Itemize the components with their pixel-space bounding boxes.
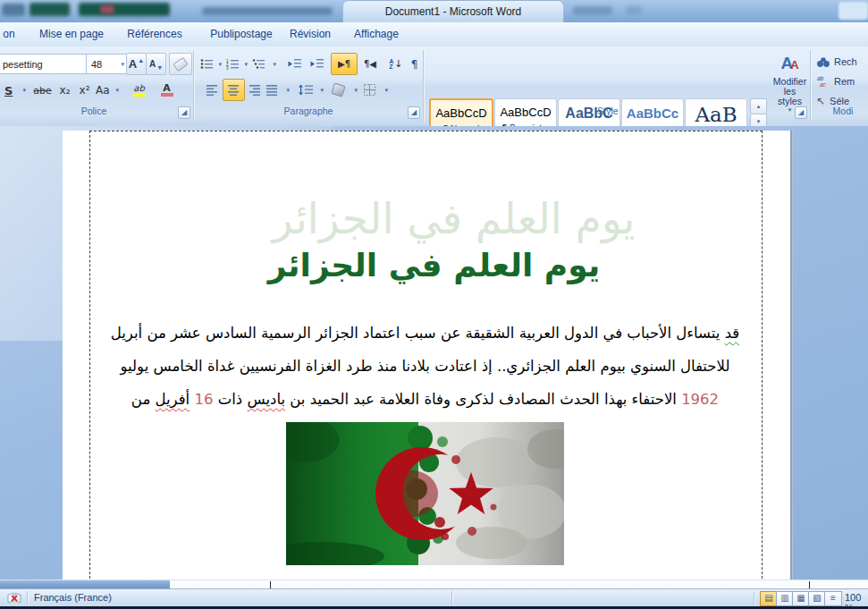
chevron-down-icon[interactable]: ▾ <box>20 87 29 94</box>
shading-button[interactable]: ▾ <box>332 79 361 101</box>
multilevel-list-icon <box>252 58 265 70</box>
subscript-button[interactable]: x₂ <box>55 79 75 102</box>
text-direction-ltr-button[interactable]: ▶¶ <box>331 53 358 75</box>
numbered-list-icon: 123 <box>226 58 239 70</box>
style-gallery-up-button[interactable]: ▴ <box>750 98 767 114</box>
chevron-down-icon[interactable]: ▾ <box>241 61 250 68</box>
spellcheck-flagged-word[interactable]: أفريل <box>156 391 190 408</box>
font-dialog-launcher[interactable]: ◢ <box>178 106 190 119</box>
change-case-button[interactable]: Aa ▾ <box>95 79 122 102</box>
tab-publipostage[interactable]: Publipostage <box>200 28 282 40</box>
spellcheck-flagged-word[interactable]: باديس <box>247 391 285 408</box>
chevron-down-icon[interactable]: ▾ <box>283 87 292 94</box>
blurred-corner-shape <box>839 2 868 20</box>
document-title-arabic[interactable]: يوم العلم في الجزائر <box>56 247 812 283</box>
font-color-bar <box>161 93 173 97</box>
multilevel-list-button[interactable]: ▾ <box>251 53 280 75</box>
pilcrow-icon: ¶ <box>411 58 418 71</box>
paragraph-text[interactable]: يتساءل الأحباب في الدول العربية الشقيقة … <box>111 325 725 342</box>
blurred-tab-text <box>202 7 333 15</box>
blurred-favicon-blob <box>100 5 114 13</box>
align-right-button[interactable] <box>244 79 266 101</box>
sort-button[interactable]: AZ ↓ <box>384 53 408 75</box>
bullets-button[interactable]: ▾ <box>199 53 225 75</box>
algerian-flag-image[interactable] <box>286 422 564 565</box>
chevron-down-icon[interactable]: ▾ <box>382 87 391 94</box>
chevron-down-icon[interactable]: ▾ <box>215 61 224 68</box>
shrink-font-icon: A <box>149 59 156 69</box>
ribbon-tab-row: on Mise en page Références Publipostage … <box>0 22 868 47</box>
view-fullscreen-reading-button[interactable]: ▥ <box>776 591 794 606</box>
group-separator <box>810 50 811 122</box>
clear-formatting-button[interactable] <box>169 53 192 75</box>
change-case-icon: Aa <box>96 84 110 97</box>
text-highlight-button[interactable]: ab <box>125 79 153 102</box>
blurred-tab-text <box>626 6 642 15</box>
decrease-indent-button[interactable] <box>283 53 306 75</box>
font-color-button[interactable]: A <box>154 79 180 102</box>
binoculars-icon <box>816 55 830 68</box>
line-spacing-button[interactable]: ▾ <box>298 79 327 101</box>
year-number[interactable]: 1962 <box>681 391 719 408</box>
tab-affichage[interactable]: Affichage <box>347 28 406 40</box>
tab-mise-en-page[interactable]: Mise en page <box>27 28 116 40</box>
tab-insertion-partial[interactable]: on <box>0 28 18 40</box>
find-label: Rech <box>834 56 857 67</box>
grammar-flagged-word[interactable]: قد <box>725 325 740 342</box>
align-center-button[interactable] <box>223 79 245 101</box>
paragraph-text[interactable]: ذات <box>213 391 247 408</box>
view-draft-button[interactable]: ≡ <box>824 591 842 606</box>
justify-icon <box>266 84 278 96</box>
chevron-down-icon[interactable]: ▾ <box>270 61 279 68</box>
view-outline-button[interactable]: ▧ <box>808 591 826 606</box>
svg-text:ac: ac <box>820 81 827 88</box>
group-separator <box>423 50 424 122</box>
tab-references[interactable]: Références <box>119 28 190 40</box>
justify-button[interactable]: ▾ <box>265 79 293 101</box>
underline-button[interactable]: S ▾ <box>4 79 29 102</box>
paragraph-dialog-launcher[interactable]: ◢ <box>408 106 420 119</box>
borders-button[interactable]: ▾ <box>363 79 392 101</box>
replace-button[interactable]: abac Rem <box>815 72 868 90</box>
paragraph-line-2[interactable]: للاحتفال السنوي بيوم العلم الجزائري.. إذ… <box>89 350 761 384</box>
tab-revision[interactable]: Révision <box>282 28 338 40</box>
grow-font-icon: A <box>129 57 137 71</box>
show-hide-marks-button[interactable]: ¶ <box>406 53 423 75</box>
down-caret-icon: ▼ <box>156 64 163 71</box>
grow-font-button[interactable]: A ▲ <box>126 53 147 75</box>
align-left-icon <box>206 84 218 96</box>
status-divider <box>27 591 28 605</box>
chevron-down-icon[interactable]: ▾ <box>317 87 326 94</box>
paragraph-line-3[interactable]: 1962 الاحتفاء بهذا الحدث المصادف لذكرى و… <box>89 383 761 417</box>
wordart-reflection-title: يوم العلم في الجزائر <box>76 194 831 243</box>
paragraph-line-1[interactable]: قد يتساءل الأحباب في الدول العربية الشقي… <box>89 317 761 351</box>
chevron-down-icon[interactable]: ▾ <box>113 87 122 94</box>
shrink-font-button[interactable]: A ▼ <box>146 53 166 75</box>
document-window-tab[interactable]: Document1 - Microsoft Word <box>342 0 564 23</box>
change-styles-icon: AA <box>780 55 798 74</box>
numbering-button[interactable]: 123 ▾ <box>225 53 251 75</box>
proofing-status-icon[interactable] <box>7 592 21 605</box>
chevron-down-icon[interactable]: ▾ <box>786 106 795 114</box>
titlebar: Document1 - Microsoft Word <box>0 0 868 22</box>
paragraph-text[interactable]: من <box>131 391 156 408</box>
chevron-down-icon[interactable]: ▾ <box>351 87 360 94</box>
superscript-button[interactable]: x² <box>74 79 95 102</box>
paragraph-text[interactable]: للاحتفال السنوي بيوم العلم الجزائري.. إذ… <box>121 358 730 375</box>
day-number[interactable]: 16 <box>194 391 213 408</box>
group-label-modification: Modi <box>818 106 868 116</box>
view-web-layout-button[interactable]: ▦ <box>792 591 810 606</box>
language-status[interactable]: Français (France) <box>34 592 112 603</box>
text-direction-rtl-button[interactable]: ¶◀ <box>358 53 383 75</box>
find-button[interactable]: Rech <box>815 53 868 71</box>
replace-label: Rem <box>834 76 855 87</box>
view-print-layout-button[interactable]: ▤ <box>760 591 778 606</box>
style-dialog-launcher[interactable]: ◢ <box>795 106 807 119</box>
ltr-paragraph-icon: ▶¶ <box>338 59 350 69</box>
increase-indent-button[interactable] <box>306 53 328 75</box>
paragraph-text[interactable]: الاحتفاء بهذا الحدث المصادف لذكرى وفاة ا… <box>285 391 681 408</box>
font-size-combobox[interactable]: 48 ▾ <box>86 54 128 74</box>
align-left-button[interactable] <box>201 79 223 101</box>
font-color-icon: A <box>163 84 171 92</box>
strikethrough-button[interactable]: abe <box>30 79 55 102</box>
